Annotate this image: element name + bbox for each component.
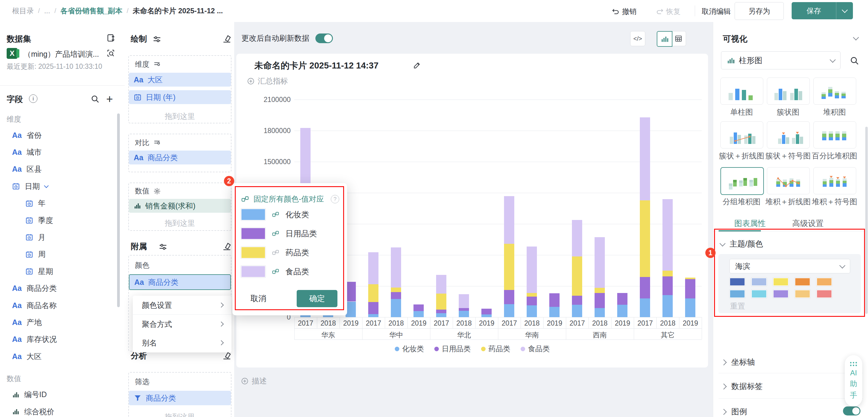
preview-dataset-icon[interactable] bbox=[106, 49, 115, 58]
save-as-button[interactable]: 另存为 bbox=[735, 2, 784, 20]
section-legend[interactable]: 图例 bbox=[722, 407, 747, 417]
field-item[interactable]: Aa大区 bbox=[12, 349, 42, 364]
field-item[interactable]: Aa省份 bbox=[12, 128, 42, 143]
drop-zone[interactable]: 拖到这里 bbox=[129, 218, 231, 228]
palette-swatch[interactable] bbox=[751, 278, 767, 286]
chart-type-2[interactable] bbox=[767, 77, 810, 105]
drop-zone[interactable]: 拖到这里 bbox=[129, 412, 231, 417]
field-item[interactable]: 综合税价 bbox=[12, 404, 54, 417]
tab-chart-properties[interactable]: 图表属性 bbox=[734, 218, 766, 229]
filter-chip[interactable]: 商品分类 bbox=[129, 391, 231, 405]
panel-scrollbar[interactable] bbox=[865, 127, 868, 314]
palette-swatch[interactable] bbox=[730, 278, 745, 286]
summary-metric-row[interactable]: 汇总指标 bbox=[247, 76, 288, 86]
chart-type-3[interactable] bbox=[813, 77, 856, 105]
draw-settings-icon[interactable] bbox=[152, 35, 161, 44]
dim-chip-region[interactable]: Aa大区 bbox=[129, 73, 231, 87]
ai-assistant-button[interactable]: AI 助 手 bbox=[845, 355, 862, 407]
switch-dataset-icon[interactable] bbox=[106, 33, 116, 43]
theme-select[interactable]: 海滨 bbox=[730, 259, 850, 274]
shelf-options-icon[interactable] bbox=[153, 139, 161, 147]
breadcrumb-root[interactable]: 根目录 bbox=[12, 6, 34, 16]
color-swatch[interactable] bbox=[241, 265, 266, 278]
menu-item-color-settings[interactable]: 颜色设置 bbox=[133, 296, 231, 314]
chart-type-9[interactable] bbox=[813, 167, 856, 194]
palette-swatch[interactable] bbox=[795, 278, 810, 286]
color-swatch[interactable] bbox=[241, 208, 266, 221]
field-item[interactable]: 月 bbox=[25, 230, 45, 245]
palette-swatch[interactable] bbox=[816, 278, 832, 286]
search-fields-icon[interactable] bbox=[91, 94, 100, 103]
section-data-labels[interactable]: 数据标签 bbox=[722, 381, 763, 392]
edit-title-icon[interactable] bbox=[413, 61, 421, 69]
chart-type-7[interactable] bbox=[720, 167, 764, 195]
field-item[interactable]: 编号ID bbox=[12, 387, 47, 402]
fields-scrollbar[interactable] bbox=[117, 114, 120, 307]
field-item[interactable]: 季度 bbox=[25, 213, 53, 228]
chart-view-button[interactable] bbox=[657, 31, 673, 47]
menu-item-alias[interactable]: 别名 bbox=[133, 333, 231, 352]
chart-type-6[interactable] bbox=[813, 121, 856, 149]
reset-theme-button[interactable]: 重置 bbox=[730, 301, 745, 311]
field-item[interactable]: 星期 bbox=[25, 264, 53, 279]
theme-color-section-header[interactable]: 主题/颜色 bbox=[720, 239, 763, 249]
cancel-edit-button[interactable]: 取消编辑 bbox=[702, 7, 731, 16]
redo-button[interactable]: 恢复 bbox=[656, 7, 681, 16]
drop-zone[interactable]: 拖到这里 bbox=[129, 111, 231, 121]
palette-swatch[interactable] bbox=[751, 290, 767, 298]
color-swatch[interactable] bbox=[241, 227, 266, 239]
chart-type-label: 簇状＋折线图 bbox=[718, 151, 765, 161]
chart-type-5[interactable] bbox=[767, 121, 810, 149]
save-button[interactable]: 保存 bbox=[792, 2, 853, 19]
palette-swatch[interactable] bbox=[730, 290, 745, 298]
compare-chip[interactable]: Aa商品分类 bbox=[129, 151, 231, 164]
field-label: 月 bbox=[38, 232, 45, 242]
field-item[interactable]: Aa商品分类 bbox=[12, 281, 57, 296]
tab-advanced-settings[interactable]: 高级设置 bbox=[792, 218, 824, 229]
dataset-name[interactable]: （ming）产品培训演... bbox=[24, 49, 99, 59]
chart-type-1[interactable] bbox=[720, 77, 763, 105]
field-item[interactable]: Aa库存状况 bbox=[12, 332, 57, 347]
field-item[interactable]: 周 bbox=[25, 247, 45, 262]
attach-settings-icon[interactable] bbox=[158, 242, 167, 251]
field-item[interactable]: 日期 bbox=[12, 179, 48, 194]
shelf-options-icon[interactable] bbox=[153, 60, 161, 68]
chart-type-4[interactable] bbox=[720, 121, 763, 149]
description-row[interactable]: 描述 bbox=[241, 376, 267, 386]
color-swatch[interactable] bbox=[241, 247, 266, 259]
palette-swatch[interactable] bbox=[795, 290, 810, 298]
menu-item-aggregation[interactable]: 聚合方式 bbox=[133, 315, 231, 333]
help-icon[interactable]: ? bbox=[331, 195, 339, 203]
breadcrumb-dashboard[interactable]: 各省份销售额_副本 bbox=[60, 6, 122, 16]
card-title[interactable]: 未命名的卡片 2025-11-12 14:37 bbox=[254, 60, 378, 72]
table-view-button[interactable] bbox=[671, 31, 686, 46]
palette-swatch[interactable] bbox=[773, 278, 788, 286]
breadcrumb-ellipsis[interactable]: ... bbox=[44, 7, 50, 15]
undo-button[interactable]: 撤销 bbox=[612, 7, 637, 16]
save-dropdown-button[interactable] bbox=[836, 10, 853, 12]
clear-attach-icon[interactable] bbox=[222, 242, 231, 251]
add-field-icon[interactable]: + bbox=[106, 93, 113, 106]
field-item[interactable]: Aa区县 bbox=[12, 162, 42, 177]
field-item[interactable]: Aa商品名称 bbox=[12, 298, 57, 313]
dialog-cancel-button[interactable]: 取消 bbox=[250, 293, 266, 304]
field-item[interactable]: Aa城市 bbox=[12, 145, 42, 160]
field-item[interactable]: Aa产地 bbox=[12, 315, 42, 330]
palette-swatch[interactable] bbox=[773, 290, 788, 298]
field-item[interactable]: 年 bbox=[25, 196, 45, 211]
value-chip[interactable]: 销售金额(求和) bbox=[129, 199, 231, 213]
color-chip[interactable]: Aa商品分类 bbox=[129, 274, 231, 290]
palette-swatch[interactable] bbox=[816, 290, 832, 298]
color-value-label: 日用品类 bbox=[285, 228, 317, 239]
gear-icon[interactable] bbox=[153, 187, 161, 195]
section-axis[interactable]: 坐标轴 bbox=[722, 357, 755, 367]
chevron-down-icon[interactable] bbox=[44, 183, 49, 188]
code-view-button[interactable]: </> bbox=[630, 31, 645, 46]
clear-draw-icon[interactable] bbox=[222, 34, 231, 44]
chart-type-8[interactable] bbox=[767, 167, 810, 194]
color-value-label: 化妆类 bbox=[285, 210, 309, 220]
legend-toggle[interactable] bbox=[843, 407, 861, 416]
auto-refresh-toggle[interactable] bbox=[315, 33, 333, 43]
dim-chip-date[interactable]: 日期 (年) bbox=[129, 90, 231, 104]
dialog-confirm-button[interactable]: 确定 bbox=[297, 290, 337, 307]
